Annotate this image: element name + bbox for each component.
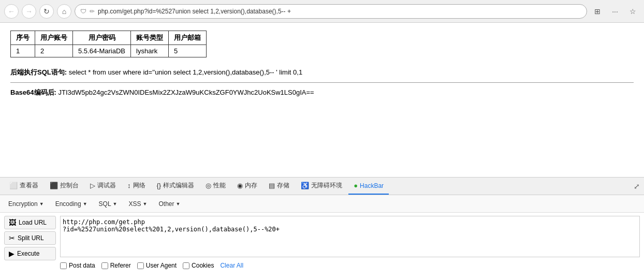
table-header: 用户密码 <box>73 31 131 45</box>
checkbox-item-user-agent[interactable]: User Agent <box>137 262 177 269</box>
checkbox-input[interactable] <box>101 262 108 269</box>
dropdown-arrow-icon: ▼ <box>39 201 44 207</box>
split-url-icon: ✂ <box>9 234 15 242</box>
tab-icon: ↕ <box>127 182 131 189</box>
checkbox-input[interactable] <box>137 262 144 269</box>
checkbox-input[interactable] <box>183 262 189 269</box>
edit-icon: ✏ <box>90 8 95 15</box>
table-row: 125.5.64-MariaDBlyshark5 <box>11 45 207 57</box>
sql-value: select * from user where id=''union sele… <box>69 68 302 76</box>
dropdown-arrow-icon: ▼ <box>175 201 180 207</box>
checkbox-item-cookies[interactable]: Cookies <box>183 262 214 269</box>
hackbar-toolbar: Encryption▼Encoding▼SQL▼XSS▼Other▼ <box>0 195 644 213</box>
devtools-tabs: ⬜查看器⬛控制台▷调试器↕网络{}样式编辑器◎性能◉内存▤存储♿无障碍环境●Ha… <box>0 178 644 195</box>
url-textarea[interactable] <box>60 216 640 257</box>
menu-label: Encoding <box>55 200 81 208</box>
checkbox-input[interactable] <box>60 262 67 269</box>
url-text: php.com/get.php?id=%2527union select 1,2… <box>98 8 581 15</box>
hackbar-menu-sql[interactable]: SQL▼ <box>95 199 122 209</box>
split-url-button[interactable]: ✂ Split URL <box>4 231 56 245</box>
forward-button[interactable]: → <box>22 4 36 19</box>
tab-label: 性能 <box>213 181 226 190</box>
tab-label: HackBar <box>360 182 384 189</box>
devtools-tab-hackbar[interactable]: ●HackBar <box>348 178 389 195</box>
load-url-label: Load URL <box>19 219 47 226</box>
devtools-tab-样式编辑器[interactable]: {}样式编辑器 <box>152 178 200 195</box>
devtools-tab-内存[interactable]: ◉内存 <box>232 178 262 195</box>
menu-button[interactable]: ··· <box>608 4 622 19</box>
tab-icon: ● <box>354 182 358 189</box>
home-button[interactable]: ⌂ <box>57 4 71 19</box>
tab-icon: ⬜ <box>9 182 18 189</box>
address-bar[interactable]: 🛡 ✏ php.com/get.php?id=%2527union select… <box>75 4 587 19</box>
table-header: 账号类型 <box>131 31 169 45</box>
tab-icon: ◎ <box>206 182 211 189</box>
checkbox-label: User Agent <box>146 262 177 269</box>
checkbox-label: Post data <box>69 262 95 269</box>
devtools-tab-存储[interactable]: ▤存储 <box>264 178 295 195</box>
checkbox-label: Cookies <box>192 262 214 269</box>
dropdown-arrow-icon: ▼ <box>143 201 148 207</box>
tab-label: 调试器 <box>97 181 116 190</box>
table-cell: 5 <box>169 45 207 57</box>
undock-button[interactable]: ⤢ <box>634 182 640 190</box>
tab-icon: ▤ <box>269 182 275 189</box>
devtools-tab-网络[interactable]: ↕网络 <box>122 178 151 195</box>
tab-icon: ◉ <box>237 182 243 189</box>
base64-line: Base64编码后: JTI3dW5pb24gc2VsZWN0IDEsMix2Z… <box>10 88 634 97</box>
execute-icon: ▶ <box>9 249 14 258</box>
checkbox-item-post-data[interactable]: Post data <box>60 262 95 269</box>
hackbar-checkboxes: Post dataRefererUser AgentCookiesClear A… <box>60 262 640 269</box>
checkbox-label: Referer <box>110 262 131 269</box>
shield-icon: 🛡 <box>80 8 86 15</box>
dropdown-arrow-icon: ▼ <box>113 201 118 207</box>
hackbar-left-buttons: 🖼 Load URL ✂ Split URL ▶ Execute <box>4 216 56 277</box>
tab-label: 无障碍环境 <box>311 181 342 190</box>
data-table: 序号用户账号用户密码账号类型用户邮箱 125.5.64-MariaDBlysha… <box>10 31 207 57</box>
tab-icon: ♿ <box>301 182 309 189</box>
devtools-tab-控制台[interactable]: ⬛控制台 <box>45 178 84 195</box>
hackbar-menu-encoding[interactable]: Encoding▼ <box>51 199 92 209</box>
hackbar-url-area: Post dataRefererUser AgentCookiesClear A… <box>60 216 640 277</box>
table-cell: 2 <box>35 45 73 57</box>
tab-label: 网络 <box>133 181 145 190</box>
load-url-icon: 🖼 <box>9 218 16 227</box>
checkbox-item-referer[interactable]: Referer <box>101 262 131 269</box>
table-body: 125.5.64-MariaDBlyshark5 <box>11 45 207 57</box>
bookmark-button[interactable]: ☆ <box>625 4 640 19</box>
table-header-row: 序号用户账号用户密码账号类型用户邮箱 <box>11 31 207 45</box>
hackbar-menu-xss[interactable]: XSS▼ <box>125 199 152 209</box>
execute-label: Execute <box>17 250 39 257</box>
browser-chrome: ← → ↻ ⌂ 🛡 ✏ php.com/get.php?id=%2527unio… <box>0 0 644 23</box>
split-url-label: Split URL <box>18 234 44 242</box>
table-cell: 1 <box>11 45 35 57</box>
reload-button[interactable]: ↻ <box>39 4 54 19</box>
hackbar-menu-encryption[interactable]: Encryption▼ <box>4 199 48 209</box>
hackbar-menu-other[interactable]: Other▼ <box>154 199 184 209</box>
clear-all-button[interactable]: Clear All <box>220 262 243 269</box>
menu-label: XSS <box>129 200 141 208</box>
devtools-tab-调试器[interactable]: ▷调试器 <box>85 178 121 195</box>
tab-label: 控制台 <box>60 181 79 190</box>
table-cell: lyshark <box>131 45 169 57</box>
execute-button[interactable]: ▶ Execute <box>4 247 56 260</box>
extensions-button[interactable]: ⊞ <box>590 4 605 19</box>
devtools-panel: ⬜查看器⬛控制台▷调试器↕网络{}样式编辑器◎性能◉内存▤存储♿无障碍环境●Ha… <box>0 177 644 280</box>
tab-icon: ⬛ <box>50 182 58 189</box>
back-button[interactable]: ← <box>4 4 19 19</box>
devtools-tab-查看器[interactable]: ⬜查看器 <box>4 178 43 195</box>
tab-label: 存储 <box>277 181 289 190</box>
tab-icon: {} <box>157 182 162 189</box>
hackbar-body: 🖼 Load URL ✂ Split URL ▶ Execute Post da… <box>0 213 644 280</box>
table-header: 序号 <box>11 31 35 45</box>
table-header: 用户账号 <box>35 31 73 45</box>
page-content: 序号用户账号用户密码账号类型用户邮箱 125.5.64-MariaDBlysha… <box>0 23 644 157</box>
devtools-tab-无障碍环境[interactable]: ♿无障碍环境 <box>296 178 347 195</box>
tab-label: 查看器 <box>20 181 38 190</box>
menu-label: Encryption <box>8 200 38 208</box>
menu-label: SQL <box>99 200 111 208</box>
load-url-button[interactable]: 🖼 Load URL <box>4 216 56 229</box>
tab-label: 内存 <box>245 181 257 190</box>
sql-label: 后端执行SQL语句: <box>10 68 67 76</box>
devtools-tab-性能[interactable]: ◎性能 <box>200 178 231 195</box>
